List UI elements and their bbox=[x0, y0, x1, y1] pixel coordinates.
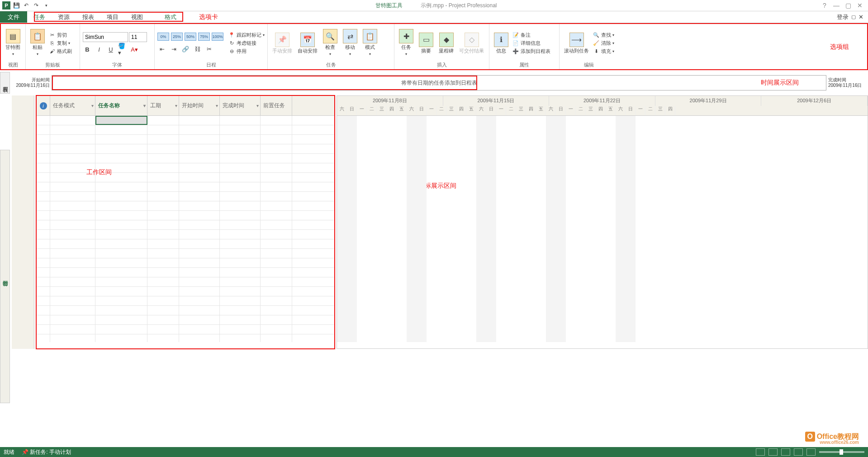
timeline-side-tab[interactable]: 日程表 bbox=[0, 72, 10, 94]
col-task-name[interactable]: 任务名称▾ bbox=[95, 96, 147, 115]
table-row[interactable] bbox=[37, 201, 334, 211]
col-info[interactable]: i bbox=[37, 96, 50, 115]
track-marker-button[interactable]: 📍跟踪时标记▾ bbox=[228, 31, 265, 38]
pct-0-button[interactable]: 0% bbox=[157, 33, 169, 41]
undo-icon[interactable]: ↶ bbox=[22, 1, 31, 10]
insert-milestone-button[interactable]: ◆里程碑 bbox=[437, 32, 455, 55]
quick-access-toolbar: P 💾 ↶ ↷ ▾ bbox=[0, 0, 52, 11]
scroll-to-task-button[interactable]: ⟶滚动到任务 bbox=[562, 32, 591, 55]
clear-button[interactable]: 🧹清除▾ bbox=[593, 39, 614, 47]
table-row[interactable] bbox=[37, 258, 334, 268]
respect-links-button[interactable]: ↻考虑链接 bbox=[228, 39, 265, 47]
table-row[interactable] bbox=[37, 239, 334, 249]
table-row[interactable] bbox=[37, 315, 334, 325]
cut-button[interactable]: ✂剪切 bbox=[48, 31, 72, 38]
table-row[interactable] bbox=[37, 220, 334, 230]
table-row[interactable] bbox=[37, 249, 334, 258]
fill-color-button[interactable]: 🪣▾ bbox=[118, 45, 127, 54]
manual-schedule-button[interactable]: 📌手动安排 bbox=[270, 32, 294, 55]
maximize-icon[interactable]: ▢ bbox=[844, 2, 853, 9]
view-resource-icon[interactable] bbox=[806, 448, 816, 456]
col-task-mode[interactable]: 任务模式▾ bbox=[50, 96, 95, 115]
qat-dropdown-icon[interactable]: ▾ bbox=[42, 1, 51, 10]
copy-button[interactable]: ⎘复制▾ bbox=[48, 39, 72, 47]
font-color-button[interactable]: A▾ bbox=[130, 45, 139, 54]
link-button[interactable]: 🔗 bbox=[181, 44, 190, 53]
app-icon[interactable]: P bbox=[2, 1, 11, 10]
col-predecessors[interactable]: 前置任务 bbox=[261, 96, 292, 115]
details-button[interactable]: 📄详细信息 bbox=[512, 39, 550, 47]
table-row[interactable] bbox=[37, 334, 334, 342]
gantt-side-tab[interactable]: 甘特图 bbox=[0, 150, 10, 403]
italic-button[interactable]: I bbox=[95, 45, 104, 54]
table-row[interactable] bbox=[37, 154, 334, 163]
table-row[interactable] bbox=[37, 125, 334, 135]
close-icon[interactable]: ✕ bbox=[855, 2, 864, 9]
window-close-inner-icon[interactable]: ✕ bbox=[859, 14, 863, 20]
move-button[interactable]: ⇄移动▾ bbox=[341, 28, 359, 58]
save-icon[interactable]: 💾 bbox=[12, 1, 21, 10]
insert-summary-button[interactable]: ▭摘要 bbox=[417, 32, 435, 55]
bold-button[interactable]: B bbox=[83, 45, 92, 54]
split-button[interactable]: ✂ bbox=[204, 44, 213, 53]
table-row[interactable] bbox=[37, 306, 334, 315]
table-row[interactable] bbox=[37, 116, 334, 125]
underline-button[interactable]: U bbox=[106, 45, 115, 54]
view-gantt-icon[interactable] bbox=[756, 448, 765, 456]
view-usage-icon[interactable] bbox=[768, 448, 778, 456]
info-button[interactable]: ℹ信息 bbox=[492, 32, 510, 55]
gantt-view-button[interactable]: ▤甘特图▾ bbox=[4, 28, 22, 58]
mode-button[interactable]: 📋模式▾ bbox=[361, 28, 379, 58]
ribbon-collapse-icon[interactable]: ▢ bbox=[851, 14, 856, 20]
table-row[interactable] bbox=[37, 173, 334, 182]
table-row[interactable] bbox=[37, 182, 334, 192]
deactivate-button[interactable]: ⊖停用 bbox=[228, 48, 265, 55]
pct-100-button[interactable]: 100% bbox=[212, 33, 223, 41]
table-row[interactable] bbox=[37, 163, 334, 173]
minimize-icon[interactable]: — bbox=[832, 2, 841, 9]
inspect-button[interactable]: 🔍检查▾ bbox=[321, 28, 339, 58]
redo-icon[interactable]: ↷ bbox=[32, 1, 41, 10]
table-row[interactable] bbox=[37, 211, 334, 220]
file-tab[interactable]: 文件 bbox=[0, 11, 27, 23]
table-body[interactable] bbox=[37, 116, 334, 342]
pct-50-button[interactable]: 50% bbox=[185, 33, 196, 41]
zoom-slider[interactable] bbox=[819, 451, 864, 453]
gantt-body[interactable] bbox=[337, 116, 868, 342]
indent-button[interactable]: ⇥ bbox=[169, 44, 178, 53]
insert-task-button[interactable]: ✚任务▾ bbox=[397, 28, 415, 58]
font-size-input[interactable] bbox=[129, 32, 147, 42]
table-row[interactable] bbox=[37, 268, 334, 277]
add-to-timeline-button[interactable]: ➕添加到日程表 bbox=[512, 48, 550, 55]
col-duration[interactable]: 工期▾ bbox=[147, 96, 179, 115]
table-row[interactable] bbox=[37, 230, 334, 239]
group-editing: ⟶滚动到任务 🔍查找▾ 🧹清除▾ ⬇填充▾ 编辑 bbox=[560, 24, 618, 69]
table-row[interactable] bbox=[37, 296, 334, 306]
format-painter-button[interactable]: 🖌格式刷 bbox=[48, 48, 72, 55]
status-new-task[interactable]: 📌 新任务: 手动计划 bbox=[22, 448, 71, 456]
help-icon[interactable]: ? bbox=[820, 2, 829, 9]
timeline-bar[interactable]: 将带有日期的任务添加到日程表 时间展示区间 bbox=[52, 75, 826, 90]
fill-button[interactable]: ⬇填充▾ bbox=[593, 48, 614, 55]
unlink-button[interactable]: ⛓ bbox=[193, 44, 202, 53]
table-row[interactable] bbox=[37, 144, 334, 154]
paste-button[interactable]: 📋粘贴▾ bbox=[28, 28, 47, 58]
font-name-input[interactable] bbox=[83, 32, 128, 42]
table-row[interactable] bbox=[37, 325, 334, 334]
auto-schedule-button[interactable]: 📅自动安排 bbox=[296, 32, 319, 55]
find-button[interactable]: 🔍查找▾ bbox=[593, 31, 614, 38]
col-start[interactable]: 开始时间▾ bbox=[179, 96, 220, 115]
view-calendar-icon[interactable] bbox=[794, 448, 803, 456]
table-row[interactable] bbox=[37, 192, 334, 201]
pct-25-button[interactable]: 25% bbox=[171, 33, 183, 41]
table-row[interactable] bbox=[37, 135, 334, 144]
table-row[interactable] bbox=[37, 287, 334, 296]
col-finish[interactable]: 完成时间▾ bbox=[220, 96, 261, 115]
notes-button[interactable]: 📝备注 bbox=[512, 31, 550, 38]
table-row[interactable] bbox=[37, 277, 334, 287]
login-link[interactable]: 登录 bbox=[837, 13, 849, 21]
outdent-button[interactable]: ⇤ bbox=[157, 44, 166, 53]
insert-deliverable-button[interactable]: ◇可交付结果 bbox=[457, 32, 486, 55]
pct-75-button[interactable]: 75% bbox=[198, 33, 210, 41]
view-network-icon[interactable] bbox=[781, 448, 790, 456]
